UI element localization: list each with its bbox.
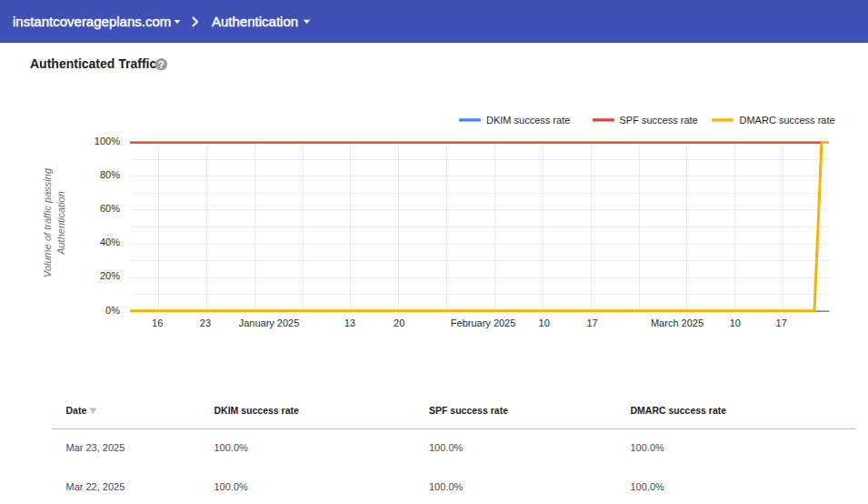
- svg-text:80%: 80%: [100, 169, 120, 180]
- svg-text:January 2025: January 2025: [239, 318, 300, 328]
- svg-text:40%: 40%: [100, 237, 120, 247]
- svg-text:DKIM success rate: DKIM success rate: [215, 405, 300, 416]
- svg-text:23: 23: [200, 318, 211, 328]
- svg-text:100.0%: 100.0%: [215, 481, 249, 492]
- svg-text:Authentication: Authentication: [55, 191, 66, 256]
- svg-text:March 2025: March 2025: [651, 318, 703, 328]
- svg-text:?: ?: [158, 59, 165, 70]
- svg-text:100%: 100%: [95, 136, 120, 146]
- svg-text:20: 20: [394, 318, 404, 328]
- svg-text:100.0%: 100.0%: [429, 442, 464, 453]
- svg-text:100.0%: 100.0%: [631, 481, 665, 492]
- svg-text:17: 17: [776, 318, 787, 328]
- svg-text:10: 10: [539, 318, 550, 328]
- svg-text:100.0%: 100.0%: [429, 481, 464, 492]
- svg-text:20%: 20%: [100, 270, 120, 281]
- svg-text:0%: 0%: [105, 305, 120, 316]
- svg-text:Authenticated Traffic: Authenticated Traffic: [30, 56, 156, 71]
- svg-text:100.0%: 100.0%: [631, 442, 665, 453]
- svg-text:DMARC success rate: DMARC success rate: [740, 115, 835, 126]
- svg-text:DMARC success rate: DMARC success rate: [631, 405, 727, 416]
- svg-text:SPF success rate: SPF success rate: [429, 405, 508, 416]
- svg-text:Volume of traffic passing: Volume of traffic passing: [42, 167, 53, 277]
- svg-text:DKIM success rate: DKIM success rate: [486, 115, 570, 126]
- svg-text:Authentication: Authentication: [212, 14, 298, 29]
- svg-text:SPF success rate: SPF success rate: [620, 115, 698, 126]
- svg-text:February 2025: February 2025: [451, 318, 516, 328]
- svg-text:instantcoverageplans.com: instantcoverageplans.com: [13, 14, 171, 29]
- svg-text:100.0%: 100.0%: [215, 442, 249, 453]
- svg-text:13: 13: [344, 318, 355, 328]
- svg-text:Mar 23, 2025: Mar 23, 2025: [66, 442, 125, 453]
- svg-text:Mar 22, 2025: Mar 22, 2025: [66, 481, 125, 492]
- svg-text:16: 16: [152, 318, 163, 328]
- svg-text:10: 10: [730, 318, 741, 328]
- svg-text:60%: 60%: [100, 203, 120, 214]
- svg-text:Date: Date: [66, 405, 87, 416]
- svg-text:17: 17: [586, 318, 597, 328]
